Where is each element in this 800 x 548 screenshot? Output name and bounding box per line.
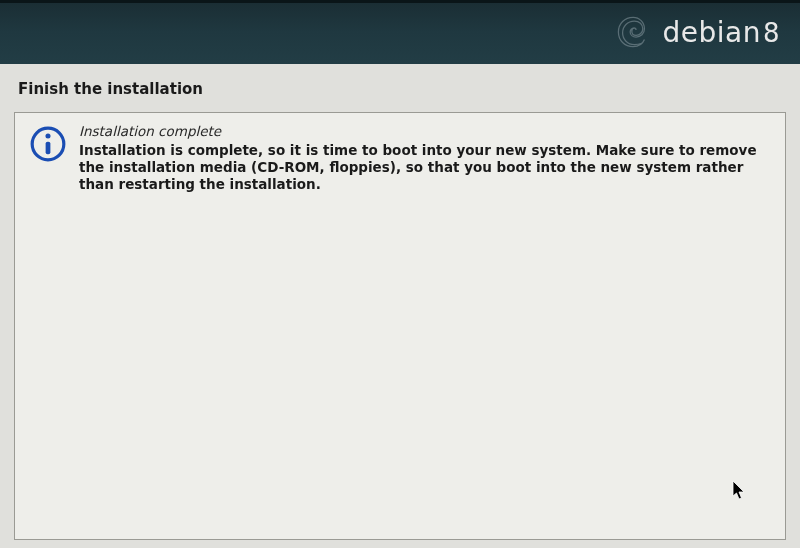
brand-version: 8 bbox=[763, 18, 780, 48]
svg-point-1 bbox=[45, 134, 50, 139]
page-title: Finish the installation bbox=[14, 80, 786, 98]
brand-text: debian8 bbox=[662, 16, 780, 49]
info-row: Installation complete Installation is co… bbox=[29, 123, 771, 193]
section-title: Installation complete bbox=[79, 123, 771, 139]
section-body: Installation is complete, so it is time … bbox=[79, 142, 771, 193]
brand-logo: debian8 bbox=[610, 11, 780, 53]
debian-swirl-icon bbox=[610, 11, 652, 53]
content-area: Finish the installation Installation com… bbox=[0, 64, 800, 548]
installer-header: debian8 bbox=[0, 0, 800, 64]
brand-name: debian bbox=[662, 16, 760, 49]
message-panel: Installation complete Installation is co… bbox=[14, 112, 786, 540]
svg-rect-2 bbox=[46, 142, 51, 155]
info-text-block: Installation complete Installation is co… bbox=[79, 123, 771, 193]
info-icon bbox=[29, 125, 67, 163]
